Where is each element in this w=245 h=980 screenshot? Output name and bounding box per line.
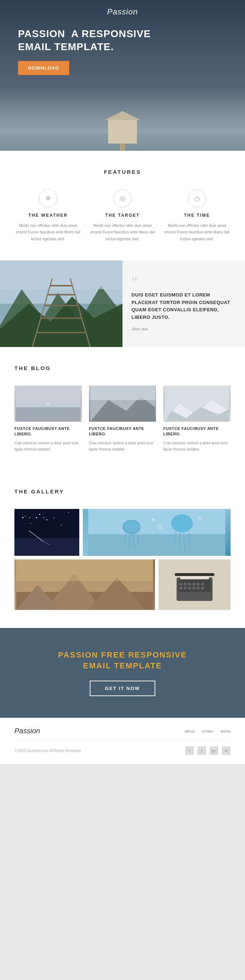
svg-rect-60 <box>188 583 191 585</box>
footer-top: Passion about contac terms <box>14 727 231 741</box>
footer-logo: Passion <box>14 727 40 735</box>
svg-point-47 <box>158 524 163 530</box>
gallery-item-1 <box>14 509 79 556</box>
svg-rect-63 <box>201 583 204 585</box>
gallery-item-2 <box>83 509 231 556</box>
blog-item-1-desc: Cras interdum vestum a dolor amet tursi … <box>14 440 82 452</box>
blog-thumbnail-2 <box>89 386 156 422</box>
footer-social: f t g+ in <box>185 746 231 755</box>
svg-rect-66 <box>188 587 191 589</box>
svg-point-48 <box>199 517 201 519</box>
blog-thumbnail-3 <box>163 386 231 422</box>
feature-time-name: THE TIME <box>163 213 231 218</box>
quote-content: " DUIS EGET EUISMOD ET LOREM PLACERAT TO… <box>122 261 245 347</box>
quote-image <box>0 261 122 347</box>
gallery-title: THE GALLERY <box>14 488 231 495</box>
blog-grid: FUSTCE FAUCIBUSY ANTE LIBERO. Cras inter… <box>14 386 231 452</box>
blog-item-1-title: FUSTCE FAUCIBUSY ANTE LIBERO. <box>14 426 82 437</box>
svg-rect-57 <box>179 579 211 592</box>
gallery-row-2 <box>14 560 231 610</box>
blog-item-3: FUSTCE FAUCIBUSY ANTE LIBERO. Cras inter… <box>163 386 231 452</box>
svg-point-35 <box>124 522 139 532</box>
gallery-grid <box>14 509 231 610</box>
features-section: FEATURES ❄ THE WEATHER Morbi non efficit… <box>0 151 245 261</box>
feature-target-desc: Morbi non efficitur nibh duis amet eroes… <box>89 222 156 242</box>
blog-item-2-title: FUSTCE FAUCIBUSY ANTE LIBERO. <box>89 426 156 437</box>
footer-nav-contact[interactable]: contac <box>202 729 213 733</box>
features-grid: ❄ THE WEATHER Morbi non efficitur nibh d… <box>14 189 231 242</box>
svg-rect-68 <box>197 587 199 589</box>
footer-nav-terms[interactable]: terms <box>221 729 231 733</box>
twitter-icon[interactable]: t <box>198 746 206 755</box>
quote-author: Jhon doe <box>131 327 236 331</box>
cta-title-passion: PASSION <box>58 650 101 659</box>
svg-rect-54 <box>16 560 153 581</box>
get-it-now-button[interactable]: GET IT NOW <box>90 681 155 696</box>
svg-point-24 <box>39 514 40 515</box>
svg-rect-65 <box>184 587 187 589</box>
feature-time-desc: Morbi non efficitur nibh duis amet eroes… <box>163 222 231 242</box>
header-logo: Passion <box>0 7 245 17</box>
linkedin-icon[interactable]: in <box>222 746 231 755</box>
hero-image <box>0 86 245 151</box>
svg-point-41 <box>174 517 190 530</box>
footer: Passion about contac terms © 2015 pixelb… <box>0 718 245 764</box>
svg-rect-22 <box>14 538 79 556</box>
feature-weather-desc: Morbi non efficitur nibh duis amet eroes… <box>14 222 82 242</box>
svg-rect-64 <box>179 587 182 589</box>
svg-rect-62 <box>197 583 199 585</box>
gallery-item-3 <box>14 560 155 610</box>
blog-thumbnail-1 <box>14 386 82 422</box>
quote-mark: " <box>131 276 236 288</box>
blog-section: THE BLOG FUSTCE FAUCIBUSY ANTE LIBERO. C… <box>0 347 245 470</box>
svg-point-46 <box>151 518 155 522</box>
cta-section: PASSION FREE RESPONSIVEEMAIL TEMPLATE GE… <box>0 628 245 718</box>
svg-point-27 <box>30 523 31 524</box>
svg-rect-17 <box>90 386 155 400</box>
feature-weather-name: THE WEATHER <box>14 213 82 218</box>
gallery-item-4 <box>158 560 231 610</box>
weather-icon: ❄ <box>39 189 57 207</box>
blog-item-2-desc: Cras interdum vestum a dolor amet tursi … <box>89 440 156 452</box>
feature-target-name: THE TARGET <box>89 213 156 218</box>
feature-target: ◎ THE TARGET Morbi non efficitur nibh du… <box>89 189 156 242</box>
facebook-icon[interactable]: f <box>185 746 194 755</box>
time-icon: ◷ <box>188 189 206 207</box>
cta-title: PASSION FREE RESPONSIVEEMAIL TEMPLATE <box>14 650 231 672</box>
quote-section: " DUIS EGET EUISMOD ET LOREM PLACERAT TO… <box>0 261 245 347</box>
svg-rect-61 <box>193 583 195 585</box>
svg-point-25 <box>54 518 54 518</box>
svg-point-26 <box>68 512 69 513</box>
download-button[interactable]: DOWNLOAD <box>18 61 69 75</box>
hero-title: PASSION A RESPONSIVEEMAIL TEMPLATE. <box>18 27 227 54</box>
footer-copyright: © 2015 pixelbird.com All Rights Reserved… <box>14 749 82 753</box>
feature-time: ◷ THE TIME Morbi non efficitur nibh duis… <box>163 189 231 242</box>
svg-rect-58 <box>179 583 182 585</box>
googleplus-icon[interactable]: g+ <box>210 746 218 755</box>
blog-title: THE BLOG <box>14 365 231 371</box>
svg-rect-13 <box>16 407 81 422</box>
footer-nav: about contac terms <box>185 729 231 733</box>
svg-rect-67 <box>193 587 195 589</box>
svg-rect-33 <box>88 534 225 556</box>
blog-item-3-title: FUSTCE FAUCIBUSY ANTE LIBERO. <box>163 426 231 437</box>
gallery-row-1 <box>14 509 231 556</box>
features-title: FEATURES <box>14 169 231 175</box>
svg-rect-69 <box>201 587 204 589</box>
svg-point-23 <box>25 516 25 517</box>
footer-bottom: © 2015 pixelbird.com All Rights Reserved… <box>14 746 231 755</box>
svg-point-29 <box>61 525 62 525</box>
target-icon: ◎ <box>114 189 131 207</box>
blog-item-2: FUSTCE FAUCIBUSY ANTE LIBERO. Cras inter… <box>89 386 156 452</box>
svg-point-28 <box>46 519 47 520</box>
svg-point-14 <box>47 402 49 405</box>
svg-rect-59 <box>184 583 187 585</box>
cta-title-free: FREE <box>101 650 125 659</box>
gallery-section: THE GALLERY <box>0 470 245 628</box>
feature-weather: ❄ THE WEATHER Morbi non efficitur nibh d… <box>14 189 82 242</box>
svg-rect-71 <box>175 573 214 576</box>
quote-text: DUIS EGET EUISMOD ET LOREM PLACERAT TORT… <box>131 291 236 321</box>
footer-nav-about[interactable]: about <box>185 729 195 733</box>
hero-section: Passion PASSION A RESPONSIVEEMAIL TEMPLA… <box>0 0 245 151</box>
blog-item-1: FUSTCE FAUCIBUSY ANTE LIBERO. Cras inter… <box>14 386 82 452</box>
